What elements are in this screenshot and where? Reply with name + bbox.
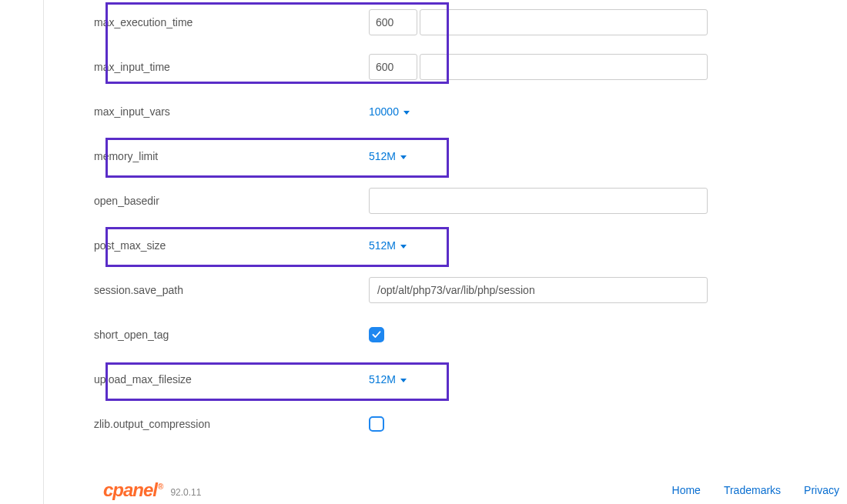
checkbox-zlib-output-compression[interactable] [369,416,384,432]
setting-row-open-basedir: open_basedir [59,179,832,223]
setting-row-max-input-time: max_input_time [59,45,832,89]
footer-link-home[interactable]: Home [672,484,701,496]
footer: cPanel® 92.0.11 Home Trademarks Privacy [103,469,847,499]
main-content: max_execution_time max_input_time max_in… [44,0,847,504]
dropdown-memory-limit[interactable]: 512M [369,150,407,162]
label-upload-max-filesize: upload_max_filesize [94,373,192,386]
setting-row-zlib-output-compression: zlib.output_compression [59,402,832,446]
cpanel-logo: cPanel® [103,481,162,499]
label-max-input-time: max_input_time [94,61,170,73]
php-settings-list: max_execution_time max_input_time max_in… [44,0,847,462]
label-max-execution-time: max_execution_time [94,16,192,28]
input-max-input-time[interactable] [369,54,417,80]
label-open-basedir: open_basedir [94,195,159,207]
label-memory-limit: memory_limit [94,150,158,162]
caret-down-icon [400,245,407,249]
dropdown-post-max-size[interactable]: 512M [369,239,407,252]
label-session-save-path: session.save_path [94,284,183,296]
footer-link-privacy[interactable]: Privacy [804,484,839,496]
caret-down-icon [403,111,410,115]
input-session-save-path[interactable] [369,277,708,303]
caret-down-icon [400,379,407,382]
dropdown-value-text: 512M [369,373,396,386]
dropdown-value-text: 512M [369,150,396,162]
cpanel-version: 92.0.11 [170,487,201,499]
dropdown-upload-max-filesize[interactable]: 512M [369,373,407,386]
dropdown-max-input-vars[interactable]: 10000 [369,105,410,118]
setting-row-memory-limit: memory_limit 512M [59,134,832,179]
label-post-max-size: post_max_size [94,239,166,252]
check-icon [372,330,381,339]
input-open-basedir[interactable] [369,188,708,214]
label-short-open-tag: short_open_tag [94,329,169,341]
label-zlib-output-compression: zlib.output_compression [94,418,210,430]
input-max-input-time-extra[interactable] [420,54,708,80]
dropdown-value-text: 10000 [369,105,399,118]
label-max-input-vars: max_input_vars [94,105,170,118]
setting-row-short-open-tag: short_open_tag [59,312,832,357]
input-max-execution-time[interactable] [369,9,417,35]
setting-row-session-save-path: session.save_path [59,268,832,312]
caret-down-icon [400,155,407,159]
footer-left: cPanel® 92.0.11 [103,481,201,499]
dropdown-value-text: 512M [369,239,396,252]
setting-row-upload-max-filesize: upload_max_filesize 512M [59,357,832,402]
setting-row-max-execution-time: max_execution_time [59,0,832,45]
footer-link-trademarks[interactable]: Trademarks [724,484,781,496]
setting-row-post-max-size: post_max_size 512M [59,223,832,268]
checkbox-short-open-tag[interactable] [369,327,384,342]
footer-links: Home Trademarks Privacy [672,484,839,499]
input-max-execution-time-extra[interactable] [420,9,708,35]
setting-row-max-input-vars: max_input_vars 10000 [59,89,832,134]
